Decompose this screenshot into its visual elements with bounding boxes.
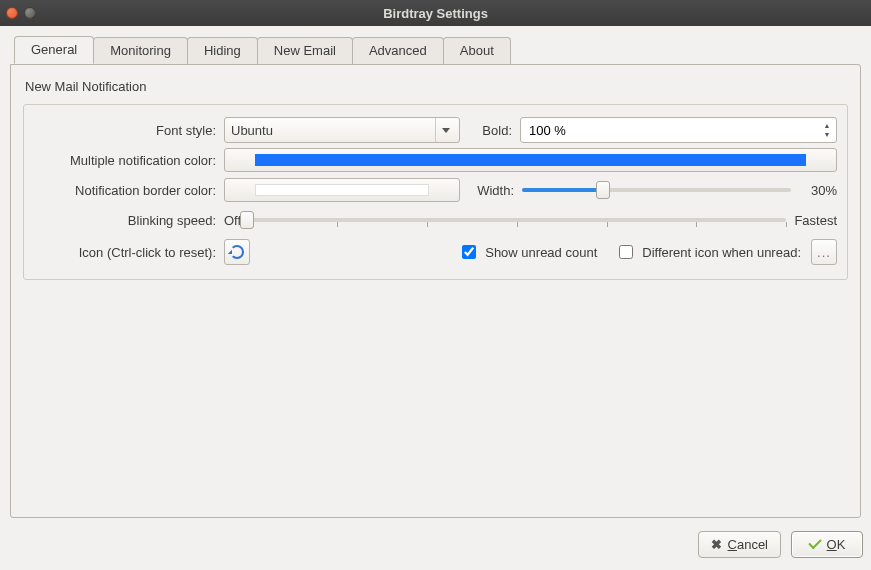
cancel-button[interactable]: ✖ Cancel — [698, 531, 781, 558]
border-color-swatch — [255, 184, 429, 196]
section-title: New Mail Notification — [25, 79, 848, 94]
notification-groupbox: Font style: Ubuntu Bold: ▲ ▼ — [23, 104, 848, 280]
bold-spin[interactable]: ▲ ▼ — [520, 117, 837, 143]
refresh-icon — [230, 245, 244, 259]
width-label: Width: — [460, 183, 522, 198]
icon-reset-label: Icon (Ctrl-click to reset): — [34, 245, 224, 260]
tab-bar: General Monitoring Hiding New Email Adva… — [10, 36, 861, 64]
tab-hiding[interactable]: Hiding — [187, 37, 258, 65]
diff-icon-checkbox[interactable]: Different icon when unread: — [615, 242, 801, 262]
ok-button[interactable]: OK — [791, 531, 863, 558]
tab-general[interactable]: General — [14, 36, 94, 64]
diff-icon-input[interactable] — [619, 245, 633, 259]
diff-icon-label: Different icon when unread: — [642, 245, 801, 260]
window-title: Birdtray Settings — [0, 6, 871, 21]
choose-icon-button[interactable]: ... — [811, 239, 837, 265]
border-color-label: Notification border color: — [34, 183, 224, 198]
ok-check-icon — [808, 536, 821, 549]
show-unread-checkbox[interactable]: Show unread count — [458, 242, 597, 262]
blink-slider[interactable] — [247, 209, 786, 231]
cancel-icon: ✖ — [711, 537, 722, 552]
blink-fastest-label: Fastest — [786, 213, 837, 228]
border-color-button[interactable] — [224, 178, 460, 202]
bold-input[interactable] — [527, 122, 821, 139]
tab-monitoring[interactable]: Monitoring — [93, 37, 188, 65]
tab-about[interactable]: About — [443, 37, 511, 65]
multi-color-swatch — [255, 154, 806, 166]
font-style-label: Font style: — [34, 123, 224, 138]
multi-color-button[interactable] — [224, 148, 837, 172]
blink-label: Blinking speed: — [34, 213, 224, 228]
dialog-footer: ✖ Cancel OK — [0, 524, 871, 564]
multi-color-label: Multiple notification color: — [34, 153, 224, 168]
tab-new-email[interactable]: New Email — [257, 37, 353, 65]
spin-up-icon[interactable]: ▲ — [821, 122, 833, 130]
show-unread-input[interactable] — [462, 245, 476, 259]
tab-panel-general: New Mail Notification Font style: Ubuntu… — [10, 64, 861, 518]
titlebar: Birdtray Settings — [0, 0, 871, 26]
icon-reset-button[interactable] — [224, 239, 250, 265]
width-slider[interactable] — [522, 179, 791, 201]
width-value: 30% — [791, 183, 837, 198]
spin-down-icon[interactable]: ▼ — [821, 131, 833, 139]
tab-advanced[interactable]: Advanced — [352, 37, 444, 65]
chevron-down-icon — [435, 118, 455, 142]
font-style-combo[interactable]: Ubuntu — [224, 117, 460, 143]
bold-label: Bold: — [460, 123, 520, 138]
font-style-value: Ubuntu — [231, 123, 273, 138]
show-unread-label: Show unread count — [485, 245, 597, 260]
ellipsis-icon: ... — [817, 245, 831, 260]
